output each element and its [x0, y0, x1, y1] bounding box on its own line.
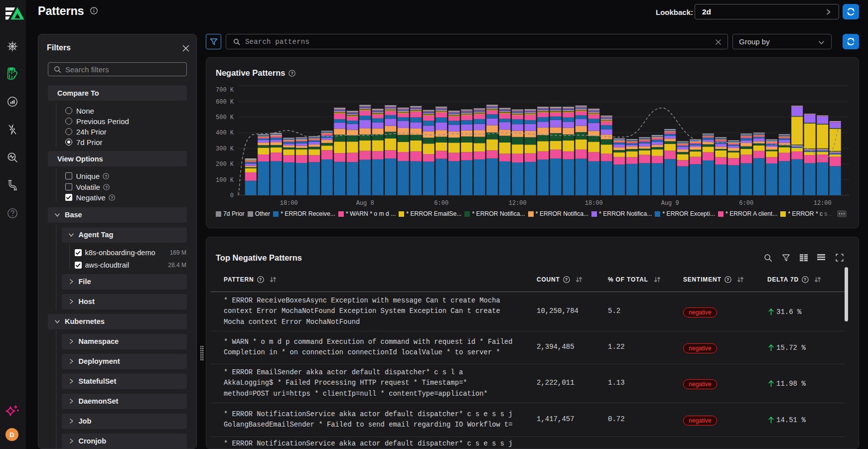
svg-text:6:00: 6:00 [739, 200, 753, 207]
svg-text:200 K: 200 K [216, 161, 234, 168]
svg-text:300 K: 300 K [216, 146, 234, 152]
svg-text:400 K: 400 K [216, 130, 234, 137]
svg-text:?: ? [105, 173, 107, 178]
svg-text:?: ? [565, 277, 568, 282]
svg-text:12:00: 12:00 [814, 200, 832, 207]
svg-text:100 K: 100 K [216, 177, 234, 184]
svg-text:0: 0 [230, 192, 234, 199]
svg-text:12:00: 12:00 [509, 200, 527, 207]
svg-text:500 K: 500 K [216, 114, 234, 121]
svg-text:700 K: 700 K [216, 87, 234, 94]
svg-text:18:00: 18:00 [585, 200, 603, 207]
svg-text:6:00: 6:00 [434, 200, 448, 207]
svg-text:?: ? [105, 184, 108, 189]
svg-text:18:00: 18:00 [280, 200, 298, 207]
svg-text:?: ? [259, 277, 262, 282]
svg-text:?: ? [726, 277, 729, 282]
svg-text:?: ? [804, 277, 807, 282]
svg-text:600 K: 600 K [216, 99, 234, 106]
svg-text:Aug 9: Aug 9 [661, 200, 679, 207]
svg-text:?: ? [111, 195, 113, 200]
svg-text:Aug 8: Aug 8 [356, 200, 374, 207]
